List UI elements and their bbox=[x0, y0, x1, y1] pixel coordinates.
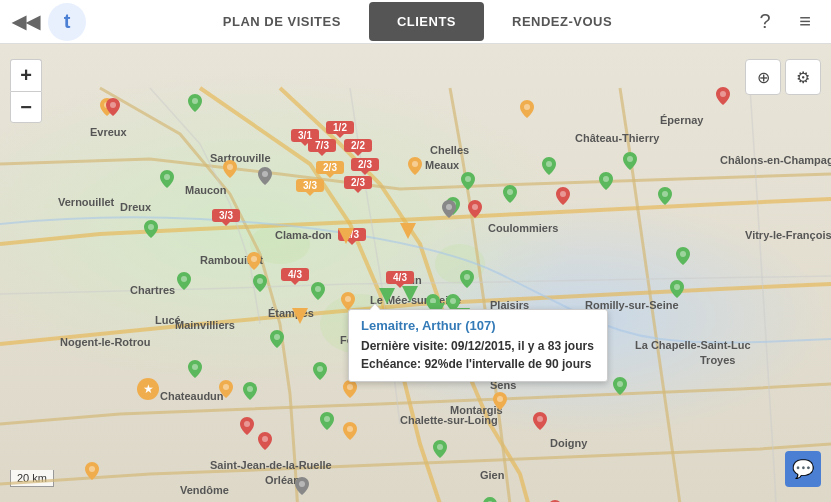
svg-point-36 bbox=[89, 466, 95, 472]
badge-marker[interactable]: 3/3 bbox=[296, 179, 324, 192]
green-pin-marker[interactable] bbox=[433, 440, 447, 462]
svg-point-7 bbox=[257, 278, 263, 284]
badge-marker[interactable]: 2/2 bbox=[344, 139, 372, 152]
green-pin-marker[interactable] bbox=[311, 282, 325, 304]
svg-point-38 bbox=[347, 384, 353, 390]
green-pin-marker[interactable] bbox=[461, 172, 475, 194]
red-pin-marker[interactable] bbox=[468, 200, 482, 222]
red-pin-marker[interactable] bbox=[106, 98, 120, 120]
green-pin-marker[interactable] bbox=[483, 497, 497, 502]
svg-point-35 bbox=[524, 104, 530, 110]
green-triangle-marker[interactable] bbox=[379, 288, 395, 304]
yellow-triangle-marker[interactable] bbox=[338, 228, 354, 244]
header-actions: ? ≡ bbox=[739, 4, 831, 40]
green-pin-marker[interactable] bbox=[177, 272, 191, 294]
badge-marker[interactable]: 3/3 bbox=[212, 209, 240, 222]
green-pin-marker[interactable] bbox=[599, 172, 613, 194]
menu-button[interactable]: ≡ bbox=[787, 4, 823, 40]
chat-button[interactable]: 💬 bbox=[785, 451, 821, 487]
yellow-pin-marker[interactable] bbox=[219, 380, 233, 402]
svg-point-22 bbox=[680, 251, 686, 257]
svg-point-19 bbox=[603, 176, 609, 182]
green-pin-marker[interactable] bbox=[243, 382, 257, 404]
help-button[interactable]: ? bbox=[747, 4, 783, 40]
yellow-triangle-marker[interactable] bbox=[292, 308, 308, 324]
badge-marker[interactable]: 4/3 bbox=[281, 268, 309, 281]
yellow-pin-marker[interactable] bbox=[493, 392, 507, 414]
tooltip-last-visit: Dernière visite: 09/12/2015, il y a 83 j… bbox=[361, 337, 595, 355]
svg-point-48 bbox=[262, 436, 268, 442]
green-pin-marker[interactable] bbox=[144, 220, 158, 242]
svg-point-50 bbox=[262, 171, 268, 177]
yellow-pin-marker[interactable] bbox=[85, 462, 99, 484]
svg-point-8 bbox=[274, 334, 280, 340]
green-pin-marker[interactable] bbox=[270, 330, 284, 352]
yellow-pin-marker[interactable] bbox=[247, 252, 261, 274]
green-triangle-marker[interactable] bbox=[402, 286, 418, 302]
yellow-pin-marker[interactable] bbox=[343, 422, 357, 444]
scale-indicator: 20 km bbox=[10, 470, 54, 487]
svg-point-31 bbox=[227, 164, 233, 170]
green-pin-marker[interactable] bbox=[542, 157, 556, 179]
map-top-right-controls: ⊕ ⚙ bbox=[745, 59, 821, 95]
red-pin-marker[interactable] bbox=[240, 417, 254, 439]
tab-clients[interactable]: CLIENTS bbox=[369, 2, 484, 41]
badge-marker[interactable]: 2/3 bbox=[316, 161, 344, 174]
gray-pin-marker[interactable] bbox=[258, 167, 272, 189]
gray-pin-marker[interactable] bbox=[295, 477, 309, 499]
red-pin-marker[interactable] bbox=[716, 87, 730, 109]
yellow-triangle-marker[interactable] bbox=[400, 223, 416, 239]
green-pin-marker[interactable] bbox=[320, 412, 334, 434]
back-button[interactable]: ◀◀ bbox=[10, 6, 42, 38]
map-view[interactable]: .road-major { stroke: #d4b97a; stroke-wi… bbox=[0, 44, 831, 502]
red-pin-marker[interactable] bbox=[556, 187, 570, 209]
green-pin-marker[interactable] bbox=[188, 360, 202, 382]
map-settings-button[interactable]: ⚙ bbox=[785, 59, 821, 95]
badge-marker[interactable]: 2/3 bbox=[344, 176, 372, 189]
badge-marker[interactable]: 2/3 bbox=[351, 158, 379, 171]
green-pin-marker[interactable] bbox=[676, 247, 690, 269]
svg-point-6 bbox=[181, 276, 187, 282]
gray-pin-marker[interactable] bbox=[442, 200, 456, 222]
yellow-pin-marker[interactable] bbox=[408, 157, 422, 179]
star-marker[interactable]: ★ bbox=[137, 378, 159, 400]
svg-point-45 bbox=[720, 91, 726, 97]
green-pin-marker[interactable] bbox=[670, 280, 684, 302]
map-background bbox=[0, 44, 831, 502]
main-nav: PLAN DE VISITES CLIENTS RENDEZ-VOUS bbox=[96, 2, 739, 41]
green-pin-marker[interactable] bbox=[160, 170, 174, 192]
svg-point-13 bbox=[450, 298, 456, 304]
red-pin-marker[interactable] bbox=[258, 432, 272, 454]
badge-marker[interactable]: 1/2 bbox=[326, 121, 354, 134]
svg-point-39 bbox=[347, 426, 353, 432]
yellow-pin-marker[interactable] bbox=[520, 100, 534, 122]
svg-point-20 bbox=[627, 156, 633, 162]
badge-marker[interactable]: 4/3 bbox=[386, 271, 414, 284]
svg-point-33 bbox=[345, 296, 351, 302]
svg-point-27 bbox=[324, 416, 330, 422]
locate-button[interactable]: ⊕ bbox=[745, 59, 781, 95]
red-pin-marker[interactable] bbox=[533, 412, 547, 434]
green-pin-marker[interactable] bbox=[460, 270, 474, 292]
green-pin-marker[interactable] bbox=[658, 187, 672, 209]
zoom-in-button[interactable]: + bbox=[10, 59, 42, 91]
yellow-pin-marker[interactable] bbox=[343, 380, 357, 402]
svg-point-5 bbox=[148, 224, 154, 230]
badge-marker[interactable]: 7/3 bbox=[308, 139, 336, 152]
green-pin-marker[interactable] bbox=[623, 152, 637, 174]
logo-area: ◀◀ t bbox=[0, 3, 96, 41]
yellow-pin-marker[interactable] bbox=[223, 160, 237, 182]
tab-rendez-vous[interactable]: RENDEZ-VOUS bbox=[484, 2, 640, 41]
svg-point-32 bbox=[251, 256, 257, 262]
green-pin-marker[interactable] bbox=[313, 362, 327, 384]
svg-point-16 bbox=[465, 176, 471, 182]
green-pin-marker[interactable] bbox=[613, 377, 627, 399]
svg-point-21 bbox=[662, 191, 668, 197]
tab-plan-de-visites[interactable]: PLAN DE VISITES bbox=[195, 2, 369, 41]
zoom-out-button[interactable]: − bbox=[10, 91, 42, 123]
green-pin-marker[interactable] bbox=[253, 274, 267, 296]
green-pin-marker[interactable] bbox=[188, 94, 202, 116]
svg-point-10 bbox=[247, 386, 253, 392]
svg-point-9 bbox=[315, 286, 321, 292]
green-pin-marker[interactable] bbox=[503, 185, 517, 207]
